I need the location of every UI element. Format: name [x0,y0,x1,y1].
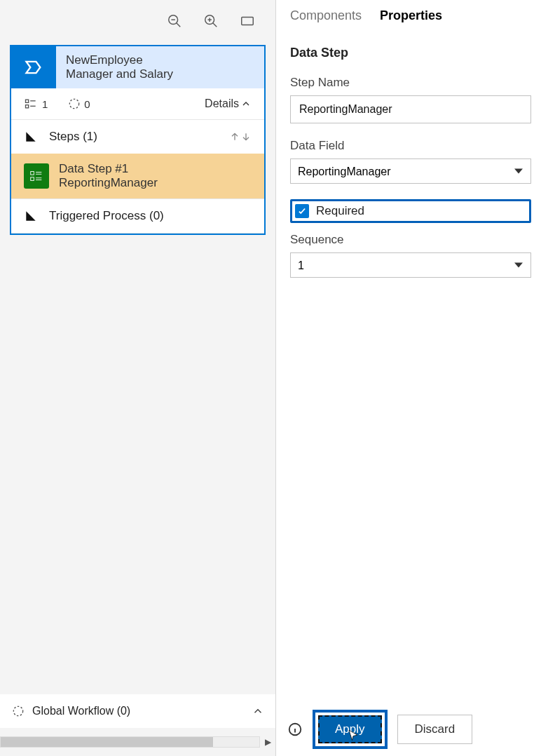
data-step-icon [24,163,49,189]
steps-label: Steps (1) [49,130,229,144]
info-icon[interactable] [287,722,303,737]
details-label: Details [205,97,239,110]
triangle-icon [24,209,38,223]
field-count-value: 1 [42,98,48,110]
dashed-circle-icon [11,704,25,718]
arrow-up-icon [229,131,240,142]
process-count: 0 [67,97,90,111]
svg-point-19 [13,706,22,715]
scrollbar-thumb[interactable] [1,737,213,747]
data-field-label: Data Field [290,139,531,153]
steps-row[interactable]: Steps (1) [11,119,264,154]
data-step-title: Data Step #1 [59,162,158,176]
stage-header: NewEmployee Manager and Salary [11,46,264,88]
tab-components[interactable]: Components [290,8,362,27]
data-field-select-wrap: ReportingManager [290,158,531,184]
triangle-icon [24,130,38,144]
fit-screen-icon[interactable] [239,13,256,29]
stage-meta-row: 1 0 Details [11,88,264,119]
svg-rect-7 [242,18,254,25]
tab-properties[interactable]: Properties [380,8,442,27]
step-name-input[interactable] [290,95,531,123]
details-toggle[interactable]: Details [205,97,252,110]
chevron-up-icon [252,705,264,717]
process-count-value: 0 [84,98,90,110]
data-step-name: ReportingManager [59,176,158,190]
check-icon [297,206,307,216]
apply-button-highlight: Apply [313,710,388,749]
svg-rect-16 [31,177,34,181]
properties-panel: Components Properties Data Step Step Nam… [275,0,541,756]
discard-button[interactable]: Discard [397,715,473,744]
stage-title-line1: NewEmployee [66,53,254,67]
required-checkbox[interactable] [295,204,309,218]
data-step-text: Data Step #1 ReportingManager [59,162,158,190]
field-count: 1 [24,97,48,111]
svg-line-4 [213,23,217,27]
svg-line-1 [177,23,181,27]
triggered-label: Triggered Process (0) [49,209,164,223]
chevron-up-icon [240,98,252,109]
sequence-select[interactable]: 1 [290,252,531,278]
svg-point-12 [70,99,79,108]
canvas-area: NewEmployee Manager and Salary 1 0 Detai… [0,0,275,756]
arrow-down-icon [240,131,252,142]
data-field-select[interactable]: ReportingManager [290,158,531,184]
canvas-toolbar [0,0,275,38]
sequence-label: Sequence [290,233,531,247]
stage-card[interactable]: NewEmployee Manager and Salary 1 0 Detai… [10,45,266,235]
stage-title: NewEmployee Manager and Salary [56,46,264,88]
panel-footer: Apply Discard [276,710,541,749]
zoom-in-icon[interactable] [203,13,219,29]
step-name-label: Step Name [290,76,531,90]
svg-rect-8 [26,100,29,102]
section-title: Data Step [290,46,531,60]
sort-icons[interactable] [229,131,252,142]
cursor-icon [347,729,359,745]
svg-rect-13 [31,172,34,175]
data-step-row[interactable]: Data Step #1 ReportingManager [11,154,264,198]
scrollbar-track[interactable] [0,736,260,748]
global-workflow-row[interactable]: Global Workflow (0) [0,694,275,728]
horizontal-scrollbar[interactable]: ▶ [0,735,275,749]
svg-rect-10 [26,105,29,108]
sequence-select-wrap: 1 [290,252,531,278]
triggered-process-row[interactable]: Triggered Process (0) [11,198,264,234]
stage-title-line2: Manager and Salary [66,67,254,81]
panel-tabs: Components Properties [290,6,531,27]
apply-button[interactable]: Apply [318,715,382,743]
zoom-out-icon[interactable] [166,13,183,29]
scroll-right-arrow[interactable]: ▶ [260,736,275,748]
stage-chevron-icon [11,46,56,88]
global-workflow-label: Global Workflow (0) [32,705,252,717]
required-label: Required [316,204,364,218]
required-checkbox-wrap[interactable]: Required [290,199,531,223]
